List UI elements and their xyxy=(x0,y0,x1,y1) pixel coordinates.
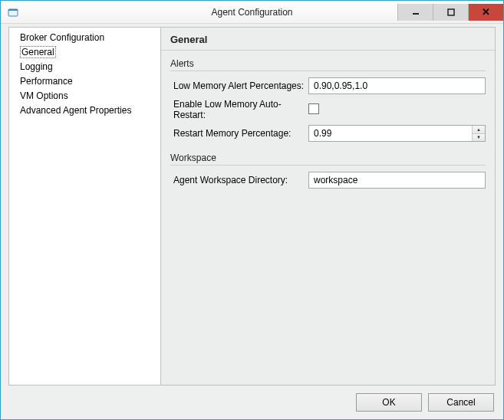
maximize-button[interactable] xyxy=(433,4,468,21)
group-alerts-title: Alerts xyxy=(170,58,486,71)
button-bar: OK Cancel xyxy=(8,386,496,412)
page-title: General xyxy=(161,28,495,51)
row-restart-percentage: Restart Memory Percentage: ▲ ▼ xyxy=(170,125,486,142)
content-body: Alerts Low Memory Alert Percentages: Ena… xyxy=(161,51,495,385)
ok-button[interactable]: OK xyxy=(356,393,422,412)
dialog-body: Broker Configuration General Logging Per… xyxy=(1,24,503,419)
app-icon xyxy=(7,6,19,18)
svg-rect-1 xyxy=(8,9,18,11)
nav-item-broker-configuration[interactable]: Broker Configuration xyxy=(9,31,160,45)
group-workspace: Workspace Agent Workspace Directory: xyxy=(170,153,486,189)
input-restart-percentage[interactable] xyxy=(309,126,472,141)
row-auto-restart: Enable Low Memory Auto-Restart: xyxy=(170,99,486,120)
spinner-up-button[interactable]: ▲ xyxy=(473,126,485,134)
nav-item-advanced-agent-properties[interactable]: Advanced Agent Properties xyxy=(9,103,160,118)
label-workspace-directory: Agent Workspace Directory: xyxy=(170,175,308,185)
label-restart-percentage: Restart Memory Percentage: xyxy=(170,128,308,139)
nav-tree[interactable]: Broker Configuration General Logging Per… xyxy=(9,28,161,385)
spinner-down-button[interactable]: ▼ xyxy=(473,134,485,142)
nav-item-logging[interactable]: Logging xyxy=(9,60,160,74)
minimize-button[interactable] xyxy=(397,4,433,21)
row-low-memory-percentages: Low Memory Alert Percentages: xyxy=(170,77,486,94)
input-workspace-directory[interactable] xyxy=(308,172,486,189)
nav-item-performance[interactable]: Performance xyxy=(9,74,160,89)
content-pane: General Alerts Low Memory Alert Percenta… xyxy=(161,28,495,385)
row-workspace-directory: Agent Workspace Directory: xyxy=(170,172,486,189)
nav-item-vm-options[interactable]: VM Options xyxy=(9,89,160,103)
spinner-restart-percentage[interactable]: ▲ ▼ xyxy=(308,125,486,142)
label-low-memory-percentages: Low Memory Alert Percentages: xyxy=(170,80,308,91)
window-controls: ✕ xyxy=(397,4,503,21)
checkbox-auto-restart[interactable] xyxy=(308,103,319,114)
cancel-button[interactable]: Cancel xyxy=(428,393,494,412)
dialog-window: Agent Configuration ✕ Broker Configurati… xyxy=(0,0,504,420)
group-workspace-title: Workspace xyxy=(170,153,486,166)
titlebar[interactable]: Agent Configuration ✕ xyxy=(1,1,503,24)
spinner-buttons: ▲ ▼ xyxy=(472,126,485,141)
input-low-memory-percentages[interactable] xyxy=(308,77,486,94)
label-auto-restart: Enable Low Memory Auto-Restart: xyxy=(170,99,308,120)
close-button[interactable]: ✕ xyxy=(468,4,503,21)
group-alerts: Alerts Low Memory Alert Percentages: Ena… xyxy=(170,58,486,142)
svg-rect-3 xyxy=(448,9,454,15)
nav-item-general[interactable]: General xyxy=(9,45,160,60)
main-split: Broker Configuration General Logging Per… xyxy=(8,27,496,386)
close-icon: ✕ xyxy=(482,6,490,18)
